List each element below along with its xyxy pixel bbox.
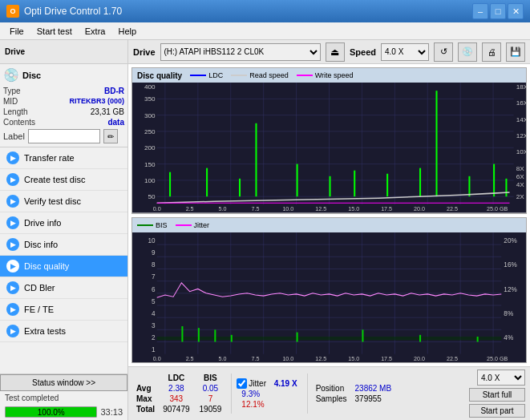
- svg-text:20.0: 20.0: [414, 355, 425, 362]
- position-table: Position 23862 MB Samples 379955: [313, 383, 397, 404]
- svg-text:400: 400: [144, 83, 156, 91]
- svg-text:8%: 8%: [504, 309, 513, 317]
- status-window-button[interactable]: Status window >>: [0, 374, 127, 391]
- max-ldc: 343: [158, 394, 194, 404]
- max-jitter: 12.1%: [237, 399, 269, 410]
- chart2-svg: 10 9 8 7 6 5 4 3 2 1 20% 16% 12%: [132, 232, 526, 363]
- svg-text:250: 250: [144, 128, 156, 135]
- legend1-read: Read speed: [231, 71, 289, 79]
- menu-bar: File Start test Extra Help: [0, 22, 530, 40]
- svg-rect-102: [362, 329, 363, 341]
- svg-text:150: 150: [144, 161, 156, 168]
- eject-button[interactable]: ⏏: [326, 42, 345, 62]
- svg-text:7: 7: [152, 273, 156, 281]
- label-edit-button[interactable]: ✏: [103, 129, 118, 143]
- speed-select[interactable]: 4.0 X: [381, 43, 429, 61]
- test-speed-select[interactable]: 4.0 X: [477, 370, 525, 386]
- cd-bler-icon: ▶: [6, 281, 19, 294]
- disc-button[interactable]: 💿: [458, 42, 477, 62]
- chart2-container: BIS Jitter: [131, 217, 527, 364]
- svg-text:14X: 14X: [516, 116, 526, 123]
- jitter-checkbox-label[interactable]: Jitter: [237, 378, 269, 389]
- close-button[interactable]: ✕: [508, 3, 524, 19]
- refresh-button[interactable]: ↺: [434, 42, 453, 62]
- nav-item-create-test-disc[interactable]: ▶ Create test disc: [0, 169, 127, 191]
- transfer-rate-label: Transfer rate: [24, 153, 75, 163]
- svg-text:15.0: 15.0: [348, 206, 359, 212]
- extra-tests-icon: ▶: [6, 325, 19, 337]
- svg-text:2X: 2X: [516, 193, 525, 200]
- svg-text:2.5: 2.5: [186, 355, 194, 362]
- position-label: Position: [313, 383, 350, 394]
- svg-text:7.5: 7.5: [251, 355, 259, 362]
- total-bis: 19059: [195, 404, 227, 414]
- svg-rect-37: [206, 168, 208, 197]
- save-button[interactable]: 💾: [506, 42, 525, 62]
- print-button[interactable]: 🖨: [482, 42, 501, 62]
- svg-text:5.0: 5.0: [219, 206, 227, 212]
- create-test-disc-icon: ▶: [6, 173, 19, 186]
- menu-help[interactable]: Help: [111, 22, 143, 39]
- svg-rect-46: [468, 176, 470, 196]
- svg-text:10.0: 10.0: [282, 355, 293, 362]
- nav-item-cd-bler[interactable]: ▶ CD Bler: [0, 277, 127, 299]
- svg-text:20.0: 20.0: [414, 206, 425, 212]
- charts-area: Disc quality LDC Read speed Write speed: [128, 64, 530, 366]
- svg-text:6: 6: [152, 285, 156, 293]
- samples-value: 379955: [350, 394, 397, 404]
- maximize-button[interactable]: □: [490, 3, 506, 19]
- nav-item-fe-te[interactable]: ▶ FE / TE: [0, 299, 127, 321]
- position-value: 23862 MB: [350, 383, 397, 394]
- nav-item-verify-test-disc[interactable]: ▶ Verify test disc: [0, 191, 127, 212]
- svg-text:17.5: 17.5: [381, 355, 392, 362]
- svg-text:20%: 20%: [504, 236, 517, 244]
- menu-file[interactable]: File: [3, 22, 30, 39]
- left-panel: Drive 💿 Disc Type BD-R MID RITEKBR3 (000…: [0, 40, 128, 420]
- svg-text:5: 5: [152, 297, 156, 305]
- drive-select[interactable]: (H:) ATAPI iHBS112 2 CL0K: [160, 43, 321, 61]
- nav-item-transfer-rate[interactable]: ▶ Transfer rate: [0, 147, 127, 169]
- length-label: Length: [3, 107, 28, 116]
- transfer-rate-icon: ▶: [6, 151, 19, 164]
- status-text: Test completed: [5, 394, 59, 402]
- svg-text:12%: 12%: [504, 285, 517, 293]
- disc-title: Disc: [22, 71, 41, 80]
- svg-rect-44: [419, 168, 421, 197]
- svg-text:2.5: 2.5: [186, 206, 194, 212]
- stats-table: LDC BIS Avg 2.38 0.05 Max 343 7 Total 90…: [133, 373, 226, 414]
- verify-test-disc-label: Verify test disc: [24, 196, 81, 206]
- svg-text:22.5: 22.5: [447, 355, 458, 362]
- jitter-checkbox[interactable]: [237, 378, 247, 389]
- total-label: Total: [133, 404, 158, 414]
- menu-extra[interactable]: Extra: [79, 22, 112, 39]
- start-part-button[interactable]: Start part: [469, 404, 525, 418]
- drive-info-label: Drive info: [24, 218, 61, 228]
- svg-text:10.0: 10.0: [282, 206, 293, 212]
- svg-rect-42: [354, 171, 355, 197]
- disc-section: 💿 Disc Type BD-R MID RITEKBR3 (000) Leng…: [0, 64, 127, 147]
- svg-rect-41: [330, 176, 331, 196]
- start-full-button[interactable]: Start full: [469, 388, 525, 402]
- minimize-button[interactable]: –: [472, 3, 488, 19]
- svg-text:12.5: 12.5: [315, 355, 326, 362]
- svg-rect-101: [297, 332, 298, 341]
- svg-text:25.0 GB: 25.0 GB: [487, 355, 508, 362]
- svg-text:200: 200: [144, 144, 156, 151]
- total-ldc: 907479: [158, 404, 194, 414]
- create-test-disc-label: Create test disc: [24, 175, 85, 184]
- svg-text:12X: 12X: [516, 132, 526, 139]
- svg-rect-48: [505, 179, 507, 196]
- nav-item-disc-info[interactable]: ▶ Disc info: [0, 234, 127, 256]
- menu-start-test[interactable]: Start test: [30, 22, 79, 39]
- verify-test-disc-icon: ▶: [6, 195, 19, 208]
- svg-text:5.0: 5.0: [219, 355, 227, 362]
- nav-item-disc-quality[interactable]: ▶ Disc quality: [0, 256, 127, 277]
- svg-text:8X: 8X: [516, 165, 525, 172]
- nav-item-drive-info[interactable]: ▶ Drive info: [0, 212, 127, 234]
- nav-item-extra-tests[interactable]: ▶ Extra tests: [0, 321, 127, 342]
- label-input[interactable]: [28, 129, 100, 143]
- svg-text:12.5: 12.5: [315, 206, 326, 212]
- type-label: Type: [3, 87, 21, 95]
- app-title: Opti Drive Control 1.70: [24, 6, 122, 17]
- type-value: BD-R: [104, 87, 124, 95]
